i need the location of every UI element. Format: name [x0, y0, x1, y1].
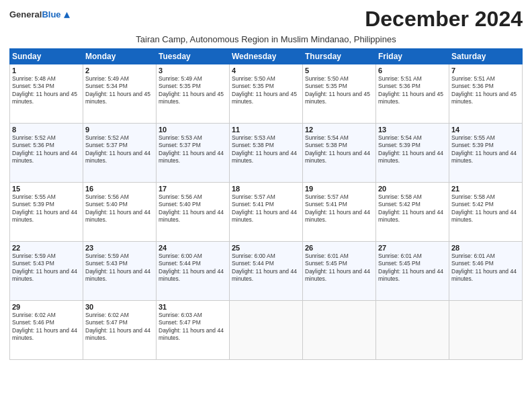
col-friday: Friday: [376, 49, 449, 64]
day-info: Sunrise: 5:54 AMSunset: 5:38 PMDaylight:…: [305, 134, 373, 165]
day-number: 7: [451, 66, 520, 75]
day-info: Sunrise: 5:57 AMSunset: 5:41 PMDaylight:…: [232, 193, 300, 224]
day-number: 27: [378, 244, 447, 252]
day-number: 14: [451, 126, 520, 134]
day-info: Sunrise: 5:48 AMSunset: 5:34 PMDaylight:…: [12, 75, 81, 106]
calendar-cell: 15Sunrise: 5:55 AMSunset: 5:39 PMDayligh…: [10, 183, 83, 242]
calendar-table: Sunday Monday Tuesday Wednesday Thursday…: [9, 48, 523, 360]
day-info: Sunrise: 5:51 AMSunset: 5:36 PMDaylight:…: [451, 75, 520, 106]
day-info: Sunrise: 5:49 AMSunset: 5:35 PMDaylight:…: [159, 75, 227, 106]
calendar-cell: 20Sunrise: 5:58 AMSunset: 5:42 PMDayligh…: [376, 183, 449, 242]
day-info: Sunrise: 5:54 AMSunset: 5:39 PMDaylight:…: [378, 134, 447, 165]
calendar-cell: 30Sunrise: 6:02 AMSunset: 5:47 PMDayligh…: [83, 301, 157, 360]
col-wednesday: Wednesday: [230, 49, 303, 64]
calendar-cell: 13Sunrise: 5:54 AMSunset: 5:39 PMDayligh…: [376, 124, 449, 183]
col-thursday: Thursday: [303, 49, 376, 64]
calendar-cell: 21Sunrise: 5:58 AMSunset: 5:42 PMDayligh…: [449, 183, 523, 242]
col-sunday: Sunday: [10, 49, 83, 64]
day-info: Sunrise: 5:52 AMSunset: 5:37 PMDaylight:…: [85, 134, 154, 165]
calendar-cell: 2Sunrise: 5:49 AMSunset: 5:34 PMDaylight…: [83, 64, 157, 124]
day-info: Sunrise: 6:00 AMSunset: 5:44 PMDaylight:…: [159, 253, 227, 283]
day-number: 22: [12, 244, 81, 252]
calendar-week-5: 29Sunrise: 6:02 AMSunset: 5:46 PMDayligh…: [10, 301, 523, 360]
logo-text: GeneralBlue: [9, 8, 61, 20]
calendar-body: 1Sunrise: 5:48 AMSunset: 5:34 PMDaylight…: [10, 64, 523, 360]
day-number: 8: [12, 126, 81, 134]
calendar-cell: 8Sunrise: 5:52 AMSunset: 5:36 PMDaylight…: [10, 124, 83, 183]
day-number: 30: [85, 303, 154, 311]
calendar-cell: 17Sunrise: 5:56 AMSunset: 5:40 PMDayligh…: [157, 183, 230, 242]
day-info: Sunrise: 5:59 AMSunset: 5:43 PMDaylight:…: [85, 253, 154, 283]
day-number: 18: [232, 185, 300, 193]
logo-bird-icon: ▴: [64, 7, 70, 21]
col-monday: Monday: [83, 49, 157, 64]
day-info: Sunrise: 5:51 AMSunset: 5:36 PMDaylight:…: [378, 75, 447, 106]
calendar-week-1: 1Sunrise: 5:48 AMSunset: 5:34 PMDaylight…: [10, 64, 523, 124]
calendar-cell: 27Sunrise: 6:01 AMSunset: 5:45 PMDayligh…: [376, 242, 449, 301]
calendar-cell: 22Sunrise: 5:59 AMSunset: 5:43 PMDayligh…: [10, 242, 83, 301]
day-number: 10: [159, 126, 227, 134]
day-info: Sunrise: 6:02 AMSunset: 5:46 PMDaylight:…: [12, 312, 81, 342]
day-number: 24: [159, 244, 227, 252]
day-number: 25: [232, 244, 300, 252]
calendar-cell: 19Sunrise: 5:57 AMSunset: 5:41 PMDayligh…: [303, 183, 376, 242]
day-number: 15: [12, 185, 81, 193]
day-info: Sunrise: 5:58 AMSunset: 5:42 PMDaylight:…: [451, 193, 520, 224]
day-info: Sunrise: 5:55 AMSunset: 5:39 PMDaylight:…: [451, 134, 520, 165]
day-number: 17: [159, 185, 227, 193]
calendar-week-4: 22Sunrise: 5:59 AMSunset: 5:43 PMDayligh…: [10, 242, 523, 301]
day-info: Sunrise: 6:01 AMSunset: 5:45 PMDaylight:…: [305, 253, 373, 283]
day-info: Sunrise: 5:56 AMSunset: 5:40 PMDaylight:…: [85, 193, 154, 224]
logo-blue: Blue: [42, 9, 60, 19]
day-info: Sunrise: 5:53 AMSunset: 5:37 PMDaylight:…: [159, 134, 227, 165]
calendar-cell: 31Sunrise: 6:03 AMSunset: 5:47 PMDayligh…: [157, 301, 230, 360]
day-info: Sunrise: 6:03 AMSunset: 5:47 PMDaylight:…: [159, 312, 227, 342]
calendar-cell: 14Sunrise: 5:55 AMSunset: 5:39 PMDayligh…: [449, 124, 523, 183]
day-info: Sunrise: 5:49 AMSunset: 5:34 PMDaylight:…: [85, 75, 154, 106]
day-info: Sunrise: 5:58 AMSunset: 5:42 PMDaylight:…: [378, 193, 447, 224]
calendar-week-2: 8Sunrise: 5:52 AMSunset: 5:36 PMDaylight…: [10, 124, 523, 183]
day-number: 1: [12, 66, 81, 75]
day-number: 9: [85, 126, 154, 134]
day-number: 26: [305, 244, 373, 252]
calendar-cell: [449, 301, 523, 360]
day-number: 23: [85, 244, 154, 252]
calendar-cell: 9Sunrise: 5:52 AMSunset: 5:37 PMDaylight…: [83, 124, 157, 183]
logo-general: General: [9, 9, 42, 19]
logo: GeneralBlue ▴: [9, 7, 70, 21]
col-saturday: Saturday: [449, 49, 523, 64]
day-number: 3: [159, 66, 227, 75]
day-info: Sunrise: 5:50 AMSunset: 5:35 PMDaylight:…: [305, 75, 373, 106]
day-info: Sunrise: 6:01 AMSunset: 5:46 PMDaylight:…: [451, 253, 520, 283]
day-number: 29: [12, 303, 81, 311]
calendar-cell: 18Sunrise: 5:57 AMSunset: 5:41 PMDayligh…: [230, 183, 303, 242]
day-number: 16: [85, 185, 154, 193]
day-number: 12: [305, 126, 373, 134]
calendar-cell: 1Sunrise: 5:48 AMSunset: 5:34 PMDaylight…: [10, 64, 83, 124]
calendar-cell: [303, 301, 376, 360]
day-info: Sunrise: 5:56 AMSunset: 5:40 PMDaylight:…: [159, 193, 227, 224]
calendar-cell: 25Sunrise: 6:00 AMSunset: 5:44 PMDayligh…: [230, 242, 303, 301]
calendar-cell: 12Sunrise: 5:54 AMSunset: 5:38 PMDayligh…: [303, 124, 376, 183]
calendar-cell: 28Sunrise: 6:01 AMSunset: 5:46 PMDayligh…: [449, 242, 523, 301]
day-info: Sunrise: 5:59 AMSunset: 5:43 PMDaylight:…: [12, 253, 81, 283]
calendar-cell: 5Sunrise: 5:50 AMSunset: 5:35 PMDaylight…: [303, 64, 376, 124]
day-number: 19: [305, 185, 373, 193]
calendar-cell: 16Sunrise: 5:56 AMSunset: 5:40 PMDayligh…: [83, 183, 157, 242]
calendar-cell: 26Sunrise: 6:01 AMSunset: 5:45 PMDayligh…: [303, 242, 376, 301]
calendar-week-3: 15Sunrise: 5:55 AMSunset: 5:39 PMDayligh…: [10, 183, 523, 242]
calendar-cell: 23Sunrise: 5:59 AMSunset: 5:43 PMDayligh…: [83, 242, 157, 301]
day-info: Sunrise: 6:02 AMSunset: 5:47 PMDaylight:…: [85, 312, 154, 342]
day-info: Sunrise: 5:57 AMSunset: 5:41 PMDaylight:…: [305, 193, 373, 224]
day-number: 6: [378, 66, 447, 75]
calendar-cell: 4Sunrise: 5:50 AMSunset: 5:35 PMDaylight…: [230, 64, 303, 124]
day-number: 31: [159, 303, 227, 311]
day-number: 20: [378, 185, 447, 193]
day-number: 5: [305, 66, 373, 75]
day-info: Sunrise: 5:50 AMSunset: 5:35 PMDaylight:…: [232, 75, 300, 106]
day-info: Sunrise: 5:52 AMSunset: 5:36 PMDaylight:…: [12, 134, 81, 165]
calendar-cell: 7Sunrise: 5:51 AMSunset: 5:36 PMDaylight…: [449, 64, 523, 124]
day-info: Sunrise: 5:53 AMSunset: 5:38 PMDaylight:…: [232, 134, 300, 165]
calendar-cell: 10Sunrise: 5:53 AMSunset: 5:37 PMDayligh…: [157, 124, 230, 183]
day-info: Sunrise: 6:00 AMSunset: 5:44 PMDaylight:…: [232, 253, 300, 283]
